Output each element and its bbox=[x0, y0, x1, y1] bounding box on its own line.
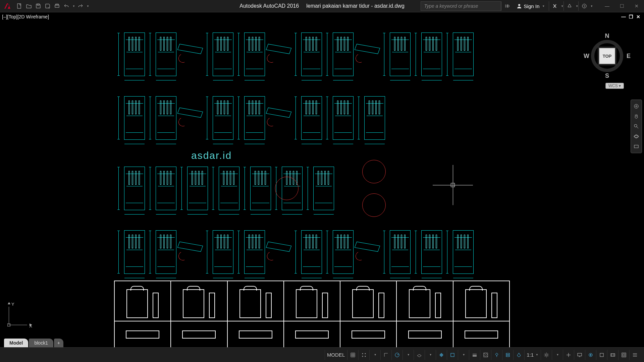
undo-dropdown-icon[interactable]: ▼ bbox=[72, 5, 75, 8]
wardrobe-block bbox=[156, 33, 176, 76]
redo-dropdown-icon[interactable]: ▼ bbox=[87, 5, 89, 8]
ucs-icon[interactable]: Y X bbox=[7, 304, 30, 327]
sb-lwt-icon[interactable] bbox=[469, 350, 480, 360]
minimize-btn[interactable]: — bbox=[600, 0, 614, 12]
close-btn[interactable]: ✕ bbox=[629, 0, 644, 12]
gallery-cell bbox=[396, 281, 453, 321]
block-row-2 bbox=[124, 96, 385, 140]
file-name: lemari pakaian kamar tidur - asdar.id.dw… bbox=[306, 3, 405, 9]
wardrobe-block bbox=[421, 230, 442, 274]
sb-cleanscreen-icon[interactable] bbox=[618, 350, 629, 360]
svg-rect-20 bbox=[451, 353, 454, 357]
wardrobe-block bbox=[250, 167, 271, 210]
app-logo[interactable] bbox=[3, 2, 11, 10]
maximize-btn[interactable]: ☐ bbox=[614, 0, 629, 12]
sb-isodraft-dropdown-icon[interactable]: ▼ bbox=[425, 350, 435, 360]
wardrobe-block bbox=[333, 96, 354, 140]
svg-rect-28 bbox=[622, 353, 626, 357]
sb-annoscale[interactable]: 1:1▼ bbox=[524, 350, 540, 360]
open-btn[interactable] bbox=[25, 2, 33, 10]
wardrobe-block bbox=[453, 33, 474, 76]
wardrobe-block bbox=[124, 167, 145, 210]
wardrobe-block bbox=[244, 96, 265, 140]
gallery-cell bbox=[227, 281, 284, 321]
search-go-icon[interactable] bbox=[501, 1, 513, 11]
signin-button[interactable]: Sign In ▼ bbox=[513, 1, 549, 11]
sb-dyn-icon[interactable] bbox=[502, 350, 513, 360]
sb-grid-icon[interactable] bbox=[347, 350, 358, 360]
viewport-label[interactable]: [–][Top][2D Wireframe] bbox=[2, 14, 49, 19]
tab-model[interactable]: Model bbox=[4, 339, 28, 347]
sb-osnap-icon[interactable] bbox=[436, 350, 446, 360]
wardrobe-block bbox=[364, 96, 385, 140]
a360-icon[interactable] bbox=[564, 1, 575, 11]
block-row-4 bbox=[124, 230, 474, 274]
wardrobe-block bbox=[213, 230, 233, 274]
sb-custom-icon[interactable] bbox=[629, 350, 640, 360]
gallery-cell bbox=[227, 321, 284, 348]
exchange-dropdown-icon[interactable]: ▼ bbox=[561, 5, 564, 8]
svg-text:?: ? bbox=[583, 5, 585, 8]
sb-model-toggle[interactable]: MODEL bbox=[325, 350, 347, 360]
sb-polar-icon[interactable] bbox=[391, 350, 402, 360]
new-btn[interactable] bbox=[15, 2, 23, 10]
sb-sc-icon[interactable] bbox=[491, 350, 502, 360]
sb-hwaccel-icon[interactable] bbox=[607, 350, 618, 360]
wardrobe-block bbox=[244, 33, 265, 76]
save-btn[interactable] bbox=[34, 2, 42, 10]
sb-gear-icon[interactable] bbox=[541, 350, 551, 360]
layout-tabs: Model block1 + bbox=[4, 337, 63, 347]
wardrobe-block bbox=[156, 167, 176, 210]
sb-snap-icon[interactable] bbox=[358, 350, 369, 360]
sb-ws-icon[interactable] bbox=[563, 350, 574, 360]
gallery-cell bbox=[340, 281, 396, 321]
sb-snap-dropdown-icon[interactable]: ▼ bbox=[369, 350, 380, 360]
sb-qp-icon[interactable] bbox=[513, 350, 524, 360]
wardrobe-block bbox=[421, 33, 442, 76]
help-icon[interactable]: ? bbox=[578, 1, 590, 11]
svg-point-25 bbox=[590, 354, 591, 356]
drawing-area[interactable]: — ❐ ✕ N S W E TOP WCS ▾ asdar.id bbox=[0, 12, 644, 347]
svg-rect-29 bbox=[623, 354, 625, 356]
redo-btn[interactable] bbox=[76, 2, 85, 10]
gallery-cell bbox=[453, 281, 509, 321]
sb-osnap-dropdown-icon[interactable]: ▼ bbox=[458, 350, 469, 360]
wardrobe-block bbox=[301, 230, 322, 274]
svg-point-22 bbox=[545, 354, 547, 356]
tab-layout1[interactable]: block1 bbox=[29, 339, 53, 347]
gallery-cell bbox=[340, 321, 396, 348]
undo-btn[interactable] bbox=[62, 2, 70, 10]
wardrobe-block bbox=[390, 33, 411, 76]
sb-3dosnap-icon[interactable] bbox=[447, 350, 458, 360]
help-dropdown-icon[interactable]: ▼ bbox=[590, 5, 593, 8]
a360-dropdown-icon[interactable]: ▼ bbox=[576, 5, 578, 8]
wardrobe-block bbox=[301, 33, 322, 76]
plot-btn[interactable] bbox=[53, 2, 61, 10]
gallery-cell bbox=[171, 281, 227, 321]
ucs-y-label: Y bbox=[11, 302, 14, 307]
tab-add[interactable]: + bbox=[54, 339, 63, 347]
wardrobe-block bbox=[124, 230, 145, 274]
wardrobe-block bbox=[124, 33, 145, 76]
svg-rect-0 bbox=[17, 4, 21, 8]
sb-isolate-icon[interactable] bbox=[596, 350, 607, 360]
sb-transparency-icon[interactable] bbox=[480, 350, 491, 360]
gallery-cell bbox=[284, 321, 340, 348]
sb-monitor-icon[interactable] bbox=[574, 350, 585, 360]
sb-gear-dropdown-icon[interactable]: ▼ bbox=[552, 350, 562, 360]
status-bar: MODEL ▼ ▼ ▼ ▼ 1:1▼ ▼ bbox=[0, 347, 644, 362]
sb-units-icon[interactable] bbox=[585, 350, 596, 360]
user-icon bbox=[517, 3, 522, 9]
gallery-cell bbox=[453, 321, 509, 348]
svg-rect-2 bbox=[55, 5, 59, 7]
saveas-btn[interactable] bbox=[44, 2, 52, 10]
sb-isodraft-icon[interactable] bbox=[414, 350, 424, 360]
gallery-cell bbox=[284, 281, 340, 321]
wardrobe-block bbox=[390, 230, 411, 274]
sb-ortho-icon[interactable] bbox=[380, 350, 391, 360]
block-row-1 bbox=[124, 33, 474, 76]
signin-dropdown-icon[interactable]: ▼ bbox=[542, 5, 545, 8]
sb-polar-dropdown-icon[interactable]: ▼ bbox=[402, 350, 413, 360]
exchange-icon[interactable] bbox=[549, 1, 560, 11]
infocenter-search[interactable]: Type a keyword or phrase bbox=[421, 1, 501, 11]
